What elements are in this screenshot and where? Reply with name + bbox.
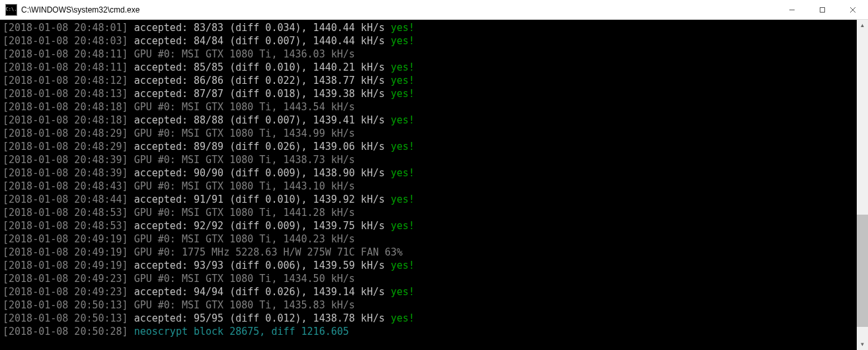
console-line: [2018-01-08 20:48:11] GPU #0: MSI GTX 10… (3, 48, 854, 61)
console-line: [2018-01-08 20:49:19] GPU #0: MSI GTX 10… (3, 232, 854, 246)
timestamp: [2018-01-08 20:48:44] (3, 193, 128, 205)
line-body: accepted: 94/94 (diff 0.026), 1439.14 kH… (128, 286, 391, 298)
timestamp: [2018-01-08 20:48:11] (3, 48, 128, 60)
line-body: GPU #0: MSI GTX 1080 Ti, 1434.50 kH/s (128, 273, 355, 285)
console-line: [2018-01-08 20:48:29] GPU #0: MSI GTX 10… (3, 127, 854, 140)
maximize-icon (819, 7, 826, 13)
console-line: [2018-01-08 20:48:13] accepted: 87/87 (d… (3, 87, 854, 100)
timestamp: [2018-01-08 20:48:39] (3, 167, 128, 179)
console-line: [2018-01-08 20:48:39] accepted: 90/90 (d… (3, 166, 854, 180)
console-line: [2018-01-08 20:50:13] GPU #0: MSI GTX 10… (3, 298, 854, 312)
line-body: GPU #0: MSI GTX 1080 Ti, 1441.28 kH/s (128, 207, 355, 219)
timestamp: [2018-01-08 20:48:39] (3, 154, 128, 166)
minimize-icon (789, 7, 795, 13)
line-body: accepted: 87/87 (diff 0.018), 1439.38 kH… (128, 88, 391, 100)
yes-indicator: yes! (391, 141, 414, 153)
timestamp: [2018-01-08 20:49:19] (3, 246, 128, 258)
yes-indicator: yes! (391, 167, 414, 179)
console-line: [2018-01-08 20:49:23] GPU #0: MSI GTX 10… (3, 272, 854, 285)
timestamp: [2018-01-08 20:48:18] (3, 101, 128, 113)
scroll-up-arrow-icon[interactable]: ▲ (857, 20, 868, 31)
timestamp: [2018-01-08 20:48:53] (3, 207, 128, 219)
yes-indicator: yes! (391, 35, 414, 47)
console-output[interactable]: [2018-01-08 20:48:01] accepted: 83/83 (d… (0, 20, 857, 350)
line-body: GPU #0: MSI GTX 1080 Ti, 1435.83 kH/s (128, 299, 355, 311)
scroll-thumb[interactable] (857, 215, 868, 327)
console-line: [2018-01-08 20:48:12] accepted: 86/86 (d… (3, 74, 854, 87)
timestamp: [2018-01-08 20:48:18] (3, 114, 128, 126)
timestamp: [2018-01-08 20:50:13] (3, 299, 128, 311)
line-body: accepted: 95/95 (diff 0.012), 1438.78 kH… (128, 312, 391, 324)
titlebar-buttons (777, 0, 868, 19)
line-body: accepted: 92/92 (diff 0.009), 1439.75 kH… (128, 220, 391, 232)
timestamp: [2018-01-08 20:48:29] (3, 127, 128, 139)
line-body: GPU #0: MSI GTX 1080 Ti, 1438.73 kH/s (128, 154, 355, 166)
yes-indicator: yes! (391, 312, 414, 324)
line-body: accepted: 85/85 (diff 0.010), 1440.21 kH… (128, 61, 391, 73)
timestamp: [2018-01-08 20:49:23] (3, 286, 128, 298)
line-body: GPU #0: MSI GTX 1080 Ti, 1443.10 kH/s (128, 180, 355, 192)
close-icon (849, 7, 856, 13)
timestamp: [2018-01-08 20:48:43] (3, 180, 128, 192)
yes-indicator: yes! (391, 75, 414, 87)
line-body: accepted: 86/86 (diff 0.022), 1438.77 kH… (128, 75, 391, 87)
vertical-scrollbar[interactable]: ▲ ▼ (857, 20, 868, 350)
line-body: GPU #0: MSI GTX 1080 Ti, 1440.23 kH/s (128, 233, 355, 245)
cmd-icon: C:\. (5, 4, 17, 16)
timestamp: [2018-01-08 20:50:28] (3, 326, 128, 337)
yes-indicator: yes! (391, 88, 414, 100)
console-line: [2018-01-08 20:49:19] accepted: 93/93 (d… (3, 259, 854, 272)
console-line: [2018-01-08 20:48:39] GPU #0: MSI GTX 10… (3, 153, 854, 166)
yes-indicator: yes! (391, 114, 414, 126)
titlebar[interactable]: C:\. C:\WINDOWS\system32\cmd.exe (0, 0, 868, 20)
timestamp: [2018-01-08 20:49:23] (3, 273, 128, 285)
line-body: GPU #0: MSI GTX 1080 Ti, 1443.54 kH/s (128, 101, 355, 113)
timestamp: [2018-01-08 20:48:11] (3, 61, 128, 73)
minimize-button[interactable] (777, 0, 807, 19)
console-line: [2018-01-08 20:48:11] accepted: 85/85 (d… (3, 61, 854, 74)
line-body: accepted: 90/90 (diff 0.009), 1438.90 kH… (128, 167, 391, 179)
console-line: [2018-01-08 20:50:28] neoscrypt block 28… (3, 325, 854, 338)
console-line: [2018-01-08 20:48:18] accepted: 88/88 (d… (3, 114, 854, 127)
console-line: [2018-01-08 20:48:44] accepted: 91/91 (d… (3, 193, 854, 206)
line-body: accepted: 88/88 (diff 0.007), 1439.41 kH… (128, 114, 391, 126)
timestamp: [2018-01-08 20:48:01] (3, 22, 128, 34)
console-line: [2018-01-08 20:48:03] accepted: 84/84 (d… (3, 34, 854, 48)
yes-indicator: yes! (391, 22, 414, 34)
line-body: GPU #0: MSI GTX 1080 Ti, 1434.99 kH/s (128, 127, 355, 139)
timestamp: [2018-01-08 20:49:19] (3, 260, 128, 271)
line-body: accepted: 93/93 (diff 0.006), 1439.59 kH… (128, 260, 391, 271)
console-area: [2018-01-08 20:48:01] accepted: 83/83 (d… (0, 20, 868, 350)
console-line: [2018-01-08 20:50:13] accepted: 95/95 (d… (3, 312, 854, 325)
window-title: C:\WINDOWS\system32\cmd.exe (21, 5, 777, 15)
timestamp: [2018-01-08 20:48:29] (3, 141, 128, 153)
line-body: GPU #0: 1775 MHz 5228.63 H/W 275W 71C FA… (128, 246, 403, 258)
timestamp: [2018-01-08 20:48:12] (3, 75, 128, 87)
timestamp: [2018-01-08 20:50:13] (3, 312, 128, 324)
yes-indicator: yes! (391, 260, 414, 271)
yes-indicator: yes! (391, 220, 414, 232)
timestamp: [2018-01-08 20:48:03] (3, 35, 128, 47)
yes-indicator: yes! (391, 286, 414, 298)
console-line: [2018-01-08 20:48:53] GPU #0: MSI GTX 10… (3, 206, 854, 219)
cmd-window: C:\. C:\WINDOWS\system32\cmd.exe [2018-0… (0, 0, 868, 350)
timestamp: [2018-01-08 20:48:13] (3, 88, 128, 100)
line-body: accepted: 89/89 (diff 0.026), 1439.06 kH… (128, 141, 391, 153)
console-line: [2018-01-08 20:48:43] GPU #0: MSI GTX 10… (3, 180, 854, 193)
console-line: [2018-01-08 20:48:53] accepted: 92/92 (d… (3, 219, 854, 232)
close-button[interactable] (838, 0, 868, 19)
line-body: GPU #0: MSI GTX 1080 Ti, 1436.03 kH/s (128, 48, 355, 60)
console-line: [2018-01-08 20:49:23] accepted: 94/94 (d… (3, 285, 854, 298)
line-body: accepted: 91/91 (diff 0.010), 1439.92 kH… (128, 193, 391, 205)
console-line: [2018-01-08 20:48:01] accepted: 83/83 (d… (3, 21, 854, 34)
yes-indicator: yes! (391, 193, 414, 205)
maximize-button[interactable] (807, 0, 838, 19)
timestamp: [2018-01-08 20:48:53] (3, 220, 128, 232)
scroll-down-arrow-icon[interactable]: ▼ (857, 339, 868, 350)
console-line: [2018-01-08 20:48:29] accepted: 89/89 (d… (3, 140, 854, 153)
console-line: [2018-01-08 20:48:18] GPU #0: MSI GTX 10… (3, 100, 854, 114)
svg-rect-1 (820, 7, 825, 12)
timestamp: [2018-01-08 20:49:19] (3, 233, 128, 245)
yes-indicator: yes! (391, 61, 414, 73)
line-body: accepted: 83/83 (diff 0.034), 1440.44 kH… (128, 22, 391, 34)
